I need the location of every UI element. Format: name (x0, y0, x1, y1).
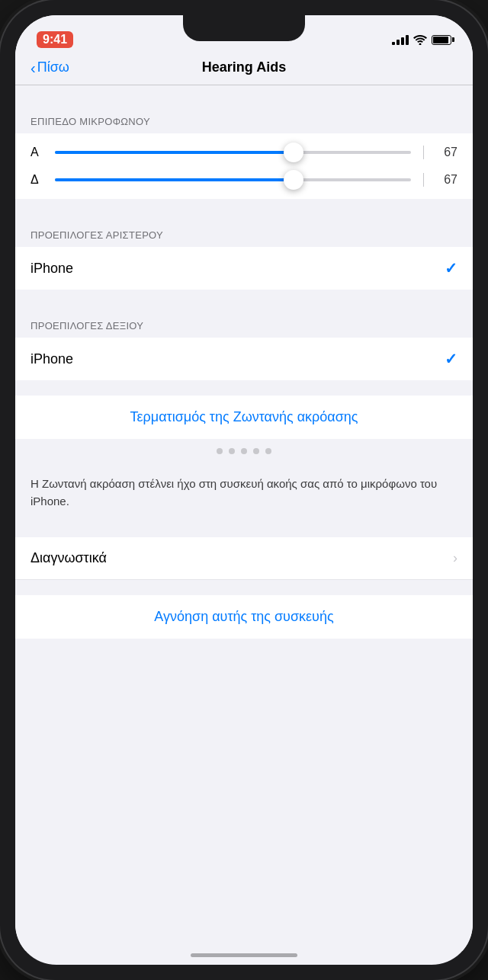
dot-4 (253, 448, 259, 454)
terminate-card: Τερματισμός της Ζωντανής ακρόασης (15, 396, 473, 439)
right-prefs-header: ΠΡΟΕΠΙΛΟΓΕΣ ΔΕΞΙΟΥ (15, 305, 473, 338)
dot-3 (241, 448, 247, 454)
microphone-section-header: ΕΠΙΠΕΔΟ ΜΙΚΡΟΦΩΝΟΥ (15, 101, 473, 133)
phone-frame: 9:41 ‹ Πίσω He (0, 0, 488, 980)
dot-2 (229, 448, 235, 454)
ignore-label[interactable]: Αγνόηση αυτής της συσκευής (154, 609, 333, 625)
left-prefs-header: ΠΡΟΕΠΙΛΟΓΕΣ ΑΡΙΣΤΕΡΟΥ (15, 214, 473, 247)
diagnostics-row[interactable]: Διαγνωστικά › (15, 537, 473, 580)
diagnostics-chevron-icon: › (453, 550, 458, 566)
dot-5 (265, 448, 271, 454)
left-prefs-card: iPhone ✓ (15, 247, 473, 290)
slider-a-row: A 67 (30, 146, 458, 159)
back-button[interactable]: ‹ Πίσω (30, 59, 69, 75)
back-chevron-icon: ‹ (30, 60, 36, 75)
scroll-content[interactable]: ΕΠΙΠΕΔΟ ΜΙΚΡΟΦΩΝΟΥ A 67 (15, 85, 473, 951)
left-iphone-label: iPhone (30, 261, 73, 277)
slider-delta-row: Δ 67 (30, 173, 458, 187)
terminate-label[interactable]: Τερματισμός της Ζωντανής ακρόασης (130, 409, 358, 425)
slider-a-divider (423, 146, 424, 159)
pagination-dots (15, 439, 473, 463)
right-iphone-label: iPhone (30, 351, 73, 367)
home-indicator (191, 953, 297, 957)
diagnostics-label: Διαγνωστικά (30, 550, 107, 566)
right-prefs-card: iPhone ✓ (15, 338, 473, 380)
slider-delta-label: Δ (30, 173, 46, 187)
slider-a-value: 67 (436, 146, 458, 159)
status-time: 9:41 (37, 31, 73, 48)
back-label[interactable]: Πίσω (37, 59, 69, 75)
wifi-icon (413, 34, 427, 45)
slider-delta-track[interactable] (55, 178, 411, 181)
slider-section: A 67 Δ (15, 133, 473, 199)
left-checkmark-icon: ✓ (445, 259, 458, 277)
phone-screen: 9:41 ‹ Πίσω He (15, 15, 473, 965)
battery-icon (432, 35, 451, 45)
page-title: Hearing Aids (202, 59, 286, 75)
slider-delta-value: 67 (436, 173, 458, 187)
diagnostics-card: Διαγνωστικά › (15, 537, 473, 580)
right-checkmark-icon: ✓ (445, 350, 458, 368)
dot-1 (217, 448, 223, 454)
microphone-card: A 67 Δ (15, 133, 473, 199)
ignore-row[interactable]: Αγνόηση αυτής της συσκευής (15, 595, 473, 639)
left-iphone-row[interactable]: iPhone ✓ (15, 247, 473, 290)
right-iphone-row[interactable]: iPhone ✓ (15, 338, 473, 380)
slider-a-track[interactable] (55, 151, 411, 154)
status-icons (392, 34, 451, 45)
slider-delta-divider (423, 173, 424, 187)
slider-a-label: A (30, 146, 46, 159)
info-text: Η Ζωντανή ακρόαση στέλνει ήχο στη συσκευ… (30, 476, 458, 510)
info-text-row: Η Ζωντανή ακρόαση στέλνει ήχο στη συσκευ… (15, 463, 473, 522)
terminate-row[interactable]: Τερματισμός της Ζωντανής ακρόασης (15, 396, 473, 439)
notch (183, 15, 305, 41)
ignore-card: Αγνόηση αυτής της συσκευής (15, 595, 473, 639)
signal-bars-icon (392, 34, 409, 45)
nav-bar: ‹ Πίσω Hearing Aids (15, 53, 473, 85)
